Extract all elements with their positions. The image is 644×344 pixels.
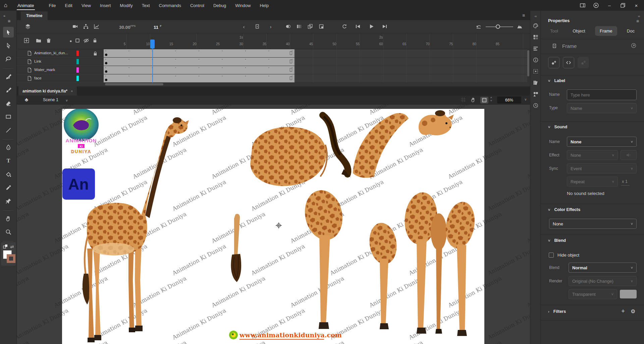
hand-tool[interactable] <box>3 213 14 224</box>
fps-value[interactable]: 30.00FPS <box>119 24 136 30</box>
menu-item-window[interactable]: Window <box>235 3 251 8</box>
swatches-panel-icon[interactable] <box>533 34 539 40</box>
multiframe-icon[interactable] <box>307 23 313 29</box>
add-filter-icon[interactable]: + <box>621 307 625 315</box>
chevron-right-icon[interactable]: › <box>268 23 274 29</box>
transparent-select[interactable]: Transparent˅ <box>569 289 617 299</box>
layer-row[interactable]: Animation_ki_dun... <box>17 49 530 58</box>
code-button[interactable] <box>563 57 574 68</box>
layer-name[interactable]: Animation_ki_dun... <box>34 51 68 55</box>
outline-layers-icon[interactable] <box>74 38 80 44</box>
menu-item-file[interactable]: File <box>49 3 56 8</box>
frame-span[interactable] <box>104 58 295 66</box>
rotate-view-icon[interactable] <box>470 97 476 103</box>
menu-item-control[interactable]: Control <box>190 3 204 8</box>
layer-name[interactable]: Link <box>34 59 41 63</box>
stage-area[interactable]: Animation Ki DuniyaAnimation Ki DuniyaAn… <box>17 105 530 344</box>
sound-repeat-count[interactable]: x 1 <box>621 179 630 186</box>
current-frame-value[interactable]: 11 F <box>154 24 162 30</box>
timeline-tab[interactable]: Timeline <box>21 11 48 20</box>
stroke-color-swatch[interactable] <box>7 254 15 263</box>
collapse-dock-icon[interactable]: ‹‹ <box>533 13 539 19</box>
assets-panel-icon[interactable] <box>533 91 539 97</box>
menu-item-view[interactable]: View <box>82 3 91 8</box>
properties-tab-doc[interactable]: Doc <box>622 26 639 36</box>
snap-grid-icon[interactable] <box>460 97 466 103</box>
layer-color-swatch[interactable] <box>76 51 79 56</box>
filter-options-icon[interactable]: ⚙ <box>631 308 635 315</box>
frame-span[interactable] <box>104 49 295 57</box>
add-folder-icon[interactable] <box>36 38 42 44</box>
graph-icon[interactable] <box>94 23 100 29</box>
label-section-header[interactable]: ˅Label <box>548 78 565 83</box>
zoom-chevron-icon[interactable]: ˅ <box>523 97 529 103</box>
filters-section-header[interactable]: ›Filters <box>548 309 566 314</box>
timeline-vscrollbar[interactable] <box>527 50 529 76</box>
label-type-select[interactable]: Name˅ <box>567 103 637 113</box>
play-circle-icon[interactable] <box>592 2 600 8</box>
pen-tool[interactable] <box>3 142 14 153</box>
menu-item-debug[interactable]: Debug <box>213 3 226 8</box>
menu-item-insert[interactable]: Insert <box>100 3 111 8</box>
menu-item-edit[interactable]: Edit <box>65 3 72 8</box>
timeline-hscrollbar[interactable] <box>105 83 163 85</box>
info-panel-icon[interactable] <box>533 57 539 63</box>
line-tool[interactable] <box>3 125 14 135</box>
zoom-tool[interactable] <box>3 226 14 237</box>
frame-span[interactable] <box>104 74 295 82</box>
frame-ruler[interactable]: 5101520253035404550556065707580851s2s <box>17 33 530 49</box>
layer-color-swatch[interactable] <box>76 76 79 81</box>
loop-icon[interactable] <box>341 23 347 29</box>
sound-edit-button[interactable] <box>621 150 637 160</box>
zoom-stepper[interactable]: ˄˅ <box>490 96 492 102</box>
sound-effect-select[interactable]: None˅ <box>567 150 618 160</box>
layer-row[interactable]: Link <box>17 58 530 66</box>
clip-content-icon[interactable] <box>480 97 488 104</box>
matte-color-swatch[interactable] <box>620 290 637 298</box>
lasso-tool[interactable] <box>3 54 14 64</box>
help-launch-icon[interactable] <box>631 43 637 49</box>
color-effects-select[interactable]: None˅ <box>549 219 637 229</box>
scene-name[interactable]: Scene 1 <box>43 97 58 102</box>
menu-item-commands[interactable]: Commands <box>159 3 181 8</box>
hide-object-checkbox[interactable] <box>549 253 554 258</box>
document-tab[interactable]: animation ki duniya.fla* × <box>18 86 77 95</box>
layer-lock-icon[interactable] <box>93 51 98 57</box>
frame-span[interactable] <box>104 66 295 74</box>
insert-keyframe-button[interactable] <box>548 57 559 68</box>
fluidbrush-tool[interactable] <box>3 71 14 82</box>
app-menu-animate[interactable]: Animate <box>14 0 38 11</box>
layer-color-swatch[interactable] <box>76 59 79 64</box>
onion-icon[interactable] <box>285 23 291 29</box>
sound-repeat-select[interactable]: Repeat˅ <box>567 177 618 187</box>
layer-name[interactable]: face <box>34 76 42 80</box>
history-panel-icon[interactable] <box>533 102 539 109</box>
frame-center-icon[interactable] <box>254 23 260 29</box>
arrow-tool[interactable] <box>3 27 14 38</box>
transform-panel-icon[interactable] <box>533 68 539 74</box>
properties-tab-object[interactable]: Object <box>568 26 590 36</box>
color-effects-header[interactable]: ˅Color Effects <box>548 207 580 212</box>
sound-name-select[interactable]: None˅ <box>567 137 637 147</box>
properties-tab-frame[interactable]: Frame <box>595 26 617 36</box>
label-name-input[interactable] <box>567 89 637 100</box>
menu-item-modify[interactable]: Modify <box>120 3 132 8</box>
pin-tool[interactable] <box>3 196 14 206</box>
bucket-tool[interactable] <box>3 169 14 180</box>
undo-zoom-icon[interactable] <box>476 23 482 29</box>
toolbar-menu-icon[interactable]: ≡ <box>6 18 12 24</box>
rectangle-tool[interactable] <box>3 111 14 122</box>
add-layer-icon[interactable] <box>23 38 30 44</box>
sound-section-header[interactable]: ˅Sound <box>548 125 567 129</box>
layers-icon[interactable] <box>25 23 31 29</box>
properties-menu-icon[interactable]: ≡ <box>635 18 641 24</box>
properties-tab-tool[interactable]: Tool <box>545 26 563 36</box>
palette-panel-icon[interactable] <box>533 23 539 29</box>
panel-layout-icon[interactable] <box>578 2 587 8</box>
scene-chevron-icon[interactable]: ˅ <box>64 98 70 104</box>
onion-outline-icon[interactable] <box>296 23 302 29</box>
lock-layers-icon[interactable] <box>92 38 98 44</box>
blend-section-header[interactable]: ˅Blend <box>548 238 566 243</box>
library-panel-icon[interactable] <box>533 80 539 86</box>
hierarchy-icon[interactable] <box>83 23 89 29</box>
